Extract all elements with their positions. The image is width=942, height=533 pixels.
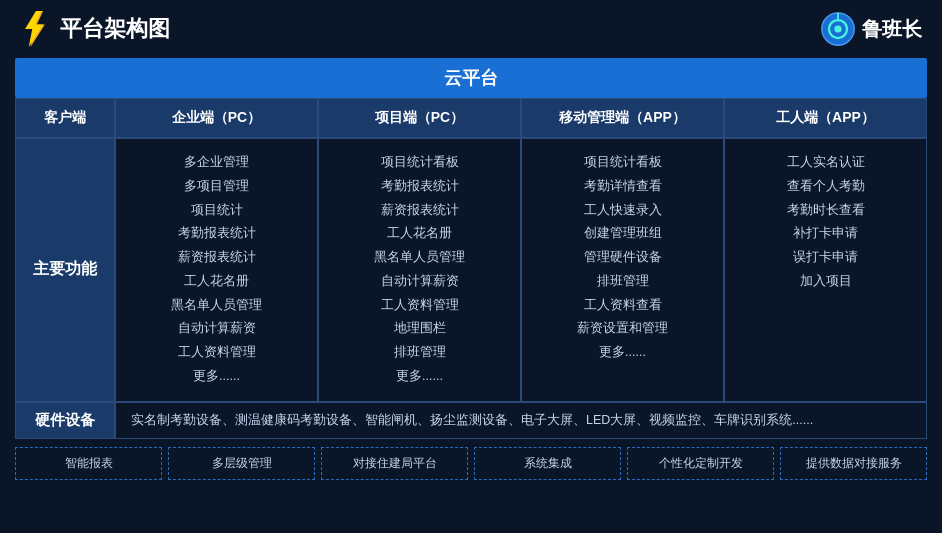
list-item: 补打卡申请 [793, 222, 858, 246]
main-function-row: 主要功能 多企业管理多项目管理项目统计考勤报表统计薪资报表统计工人花名册黑名单人… [15, 138, 927, 402]
list-item: 工人花名册 [387, 222, 452, 246]
col-worker: 工人端（APP） [724, 99, 927, 138]
feature-item: 智能报表 [15, 447, 162, 480]
list-item: 项目统计看板 [381, 151, 459, 175]
list-item: 更多...... [396, 365, 443, 389]
list-item: 考勤详情查看 [584, 175, 662, 199]
list-item: 黑名单人员管理 [374, 246, 465, 270]
list-item: 自动计算薪资 [381, 270, 459, 294]
list-item: 更多...... [599, 341, 646, 365]
list-item: 黑名单人员管理 [171, 294, 262, 318]
hardware-label: 硬件设备 [15, 402, 115, 439]
feature-item: 多层级管理 [168, 447, 315, 480]
list-item: 考勤报表统计 [178, 222, 256, 246]
col-mobile: 移动管理端（APP） [521, 99, 724, 138]
list-item: 工人实名认证 [787, 151, 865, 175]
brand-name: 鲁班长 [862, 16, 922, 43]
list-item: 工人资料管理 [381, 294, 459, 318]
project-cell: 项目统计看板考勤报表统计薪资报表统计工人花名册黑名单人员管理自动计算薪资工人资料… [318, 138, 521, 402]
cloud-platform-bar: 云平台 [15, 58, 927, 98]
feature-item: 个性化定制开发 [627, 447, 774, 480]
feature-item: 对接住建局平台 [321, 447, 468, 480]
col-client: 客户端 [15, 99, 115, 138]
hardware-content: 实名制考勤设备、测温健康码考勤设备、智能闸机、扬尘监测设备、电子大屏、LED大屏… [115, 402, 927, 439]
list-item: 排班管理 [394, 341, 446, 365]
list-item: 加入项目 [800, 270, 852, 294]
list-item: 项目统计 [191, 199, 243, 223]
header: 平台架构图 鲁班长 [0, 0, 942, 58]
list-item: 误打卡申请 [793, 246, 858, 270]
list-item: 工人资料管理 [178, 341, 256, 365]
list-item: 创建管理班组 [584, 222, 662, 246]
list-item: 自动计算薪资 [178, 317, 256, 341]
features-row: 智能报表多层级管理对接住建局平台系统集成个性化定制开发提供数据对接服务 [15, 447, 927, 480]
hardware-row: 硬件设备 实名制考勤设备、测温健康码考勤设备、智能闸机、扬尘监测设备、电子大屏、… [15, 402, 927, 439]
main-function-label: 主要功能 [15, 138, 115, 402]
list-item: 项目统计看板 [584, 151, 662, 175]
brand-logo: 鲁班长 [820, 11, 922, 47]
column-headers: 客户端 企业端（PC） 项目端（PC） 移动管理端（APP） 工人端（APP） [15, 98, 927, 138]
list-item: 更多...... [193, 365, 240, 389]
list-item: 薪资报表统计 [178, 246, 256, 270]
feature-item: 提供数据对接服务 [780, 447, 927, 480]
list-item: 工人资料查看 [584, 294, 662, 318]
brand-icon [820, 11, 856, 47]
list-item: 考勤时长查看 [787, 199, 865, 223]
logo-icon [20, 11, 50, 47]
enterprise-cell: 多企业管理多项目管理项目统计考勤报表统计薪资报表统计工人花名册黑名单人员管理自动… [115, 138, 318, 402]
col-enterprise: 企业端（PC） [115, 99, 318, 138]
list-item: 多项目管理 [184, 175, 249, 199]
page-title: 平台架构图 [60, 14, 170, 44]
list-item: 工人快速录入 [584, 199, 662, 223]
col-project: 项目端（PC） [318, 99, 521, 138]
mobile-cell: 项目统计看板考勤详情查看工人快速录入创建管理班组管理硬件设备排班管理工人资料查看… [521, 138, 724, 402]
list-item: 工人花名册 [184, 270, 249, 294]
list-item: 地理围栏 [394, 317, 446, 341]
main-content: 云平台 客户端 企业端（PC） 项目端（PC） 移动管理端（APP） 工人端（A… [15, 58, 927, 480]
list-item: 查看个人考勤 [787, 175, 865, 199]
list-item: 薪资报表统计 [381, 199, 459, 223]
list-item: 多企业管理 [184, 151, 249, 175]
feature-item: 系统集成 [474, 447, 621, 480]
list-item: 管理硬件设备 [584, 246, 662, 270]
list-item: 排班管理 [597, 270, 649, 294]
list-item: 薪资设置和管理 [577, 317, 668, 341]
header-left: 平台架构图 [20, 11, 170, 47]
list-item: 考勤报表统计 [381, 175, 459, 199]
worker-cell: 工人实名认证查看个人考勤考勤时长查看补打卡申请误打卡申请加入项目 [724, 138, 927, 402]
svg-point-4 [834, 25, 841, 32]
